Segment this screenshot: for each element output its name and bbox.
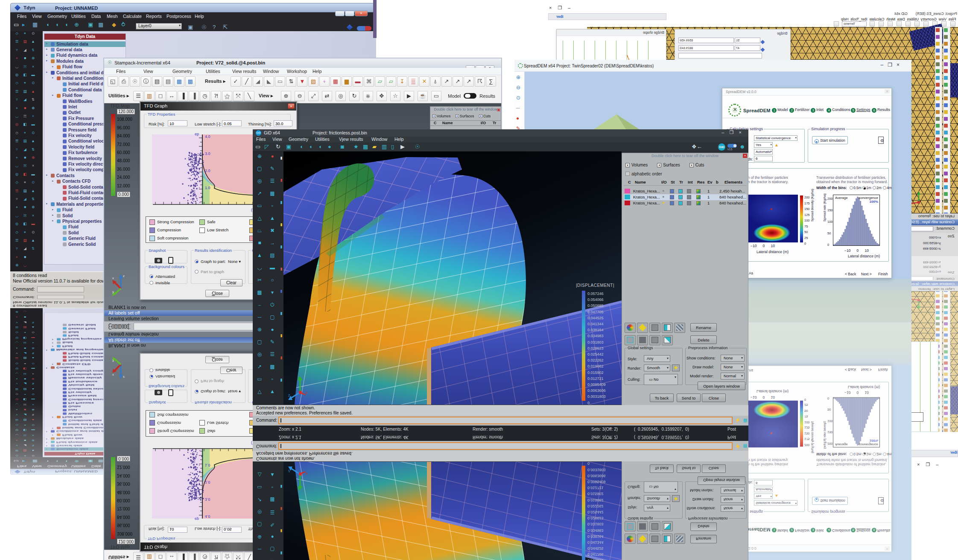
svg-text:z: z (123, 274, 125, 278)
svg-text:x: x (306, 391, 308, 395)
svg-text:x: x (112, 373, 114, 377)
svg-text:z: z (123, 375, 125, 379)
svg-text:y: y (298, 487, 300, 491)
svg-text:x: x (306, 472, 308, 476)
svg-text:y: y (112, 359, 114, 363)
svg-text:z: z (288, 469, 290, 473)
svg-text:z: z (288, 393, 290, 397)
svg-text:x: x (112, 276, 114, 280)
svg-text:y: y (112, 290, 114, 294)
svg-text:y: y (298, 375, 300, 379)
